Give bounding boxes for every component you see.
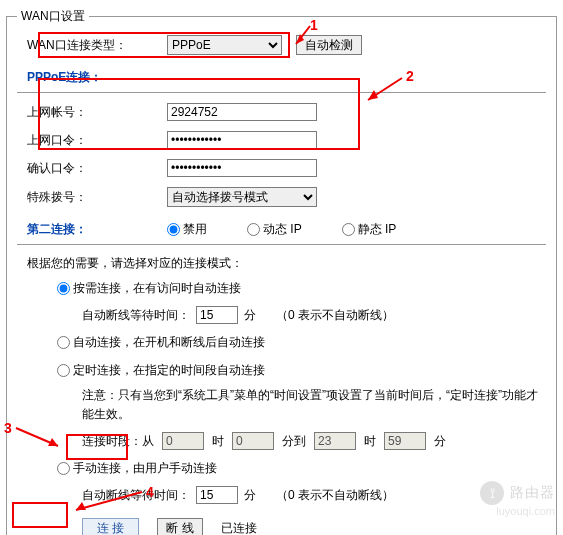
divider: [17, 92, 546, 93]
dial-mode-row: 特殊拨号： 自动选择拨号模式: [17, 187, 546, 207]
fieldset-legend: WAN口设置: [17, 8, 89, 25]
radio-on-demand[interactable]: 按需连接，在有访问时自动连接: [57, 280, 241, 297]
disconnect-button[interactable]: 断 线: [157, 518, 202, 535]
account-label: 上网帐号：: [17, 104, 167, 121]
time-range-row: 连接时段：从 时 分到 时 分: [82, 432, 546, 450]
password-row: 上网口令：: [17, 131, 546, 149]
mode-hint: 根据您的需要，请选择对应的连接模式：: [27, 255, 546, 272]
pppoe-section-title: PPPoE连接：: [27, 69, 546, 86]
idle-label: 自动断线等待时间：: [82, 307, 190, 324]
timed-note: 注意：只有当您到“系统工具”菜单的“时间设置”项设置了当前时间后，“定时连接”功…: [82, 386, 546, 424]
time-from-m: [232, 432, 274, 450]
status-text: 已连接: [221, 520, 257, 535]
second-conn-row: 第二连接： 禁用 动态 IP 静态 IP: [17, 221, 546, 238]
confirm-input[interactable]: [167, 159, 317, 177]
radio-dynamic[interactable]: 动态 IP: [247, 221, 302, 238]
radio-disable[interactable]: 禁用: [167, 221, 207, 238]
wan-settings-fieldset: WAN口设置 WAN口连接类型： PPPoE 自动检测 PPPoE连接： 上网帐…: [6, 8, 557, 535]
divider: [17, 244, 546, 245]
radio-auto[interactable]: 自动连接，在开机和断线后自动连接: [57, 334, 265, 351]
auto-detect-button[interactable]: 自动检测: [296, 35, 362, 55]
time-from-h: [162, 432, 204, 450]
radio-manual[interactable]: 手动连接，由用户手动连接: [57, 460, 217, 477]
confirm-label: 确认口令：: [17, 160, 167, 177]
dial-mode-label: 特殊拨号：: [17, 189, 167, 206]
account-input[interactable]: [167, 103, 317, 121]
password-label: 上网口令：: [17, 132, 167, 149]
wan-type-label: WAN口连接类型：: [17, 37, 167, 54]
time-to-h: [314, 432, 356, 450]
radio-static[interactable]: 静态 IP: [342, 221, 397, 238]
connect-button[interactable]: 连 接: [82, 518, 139, 535]
password-input[interactable]: [167, 131, 317, 149]
mode-timed-row: 定时连接，在指定的时间段自动连接: [57, 362, 546, 380]
time-to-m: [384, 432, 426, 450]
idle-input-2[interactable]: [196, 486, 238, 504]
confirm-row: 确认口令：: [17, 159, 546, 177]
connect-row: 连 接 断 线 已连接: [82, 518, 546, 535]
wan-type-select[interactable]: PPPoE: [167, 35, 282, 55]
mode-auto-row: 自动连接，在开机和断线后自动连接: [57, 334, 546, 352]
watermark: ⟟ 路由器: [480, 481, 555, 505]
radio-timed[interactable]: 定时连接，在指定的时间段自动连接: [57, 362, 265, 379]
account-row: 上网帐号：: [17, 103, 546, 121]
wan-type-row: WAN口连接类型： PPPoE 自动检测: [17, 35, 546, 55]
watermark-sub: luyouqi.com: [496, 505, 555, 517]
idle-row-1: 自动断线等待时间： 分 （0 表示不自动断线）: [82, 306, 546, 324]
idle-row-2: 自动断线等待时间： 分 （0 表示不自动断线）: [82, 486, 546, 504]
mode-on-demand-row: 按需连接，在有访问时自动连接: [57, 280, 546, 298]
second-conn-label: 第二连接：: [17, 221, 167, 238]
mode-manual-row: 手动连接，由用户手动连接: [57, 460, 546, 478]
router-icon: ⟟: [480, 481, 504, 505]
dial-mode-select[interactable]: 自动选择拨号模式: [167, 187, 317, 207]
idle-input-1[interactable]: [196, 306, 238, 324]
idle-note: （0 表示不自动断线）: [276, 307, 394, 324]
